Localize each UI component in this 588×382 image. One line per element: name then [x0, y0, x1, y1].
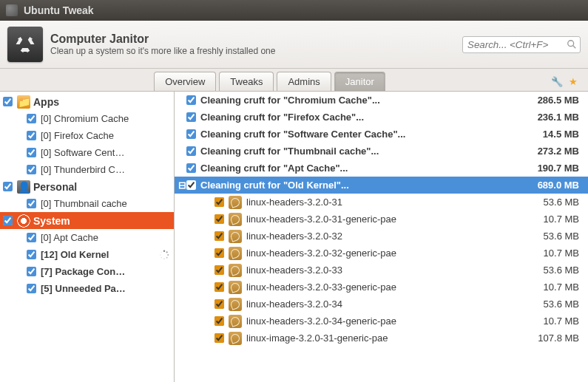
result-header[interactable]: Cleaning cruft for "Chromium Cache"...28…: [175, 92, 588, 109]
wrench-icon[interactable]: 🔧: [551, 76, 563, 87]
package-icon: [229, 247, 242, 260]
result-check[interactable]: [186, 163, 196, 173]
category-system[interactable]: System: [0, 212, 174, 229]
result-check[interactable]: [186, 95, 196, 105]
category-label: System: [33, 215, 169, 227]
personal-icon: 👤: [17, 180, 30, 194]
recycle-icon: [7, 27, 43, 62]
item-check[interactable]: [27, 267, 36, 276]
pkg-size: 10.7 MB: [544, 248, 584, 259]
result-check[interactable]: [186, 146, 196, 156]
pkg-name: linux-headers-3.2.0-34-generic-pae: [246, 316, 544, 327]
pkg-name: linux-headers-3.2.0-31: [246, 197, 544, 208]
tab-bar: Overview Tweaks Admins Janitor 🔧 ★: [0, 69, 588, 92]
package-row[interactable]: linux-headers-3.2.0-32-generic-pae10.7 M…: [175, 245, 588, 262]
search-input[interactable]: [462, 36, 581, 53]
star-icon[interactable]: ★: [569, 76, 578, 87]
result-header[interactable]: Cleaning cruft for "Thumbnail cache"...2…: [175, 143, 588, 160]
package-row[interactable]: linux-headers-3.2.0-34-generic-pae10.7 M…: [175, 313, 588, 330]
package-row[interactable]: linux-headers-3.2.0-3153.6 MB: [175, 194, 588, 211]
sidebar: 📁 Apps [0] Chromium Cache [0] Firefox Ca…: [0, 92, 175, 382]
pkg-check[interactable]: [214, 214, 224, 224]
pkg-check[interactable]: [214, 197, 224, 207]
package-row[interactable]: linux-image-3.2.0-31-generic-pae107.8 MB: [175, 330, 588, 347]
result-check[interactable]: [186, 129, 196, 139]
package-row[interactable]: linux-headers-3.2.0-3253.6 MB: [175, 228, 588, 245]
search-icon: [567, 39, 577, 50]
item-check[interactable]: [27, 233, 36, 242]
result-label: Cleaning cruft for "Software Center Cach…: [200, 129, 543, 140]
result-header[interactable]: Cleaning cruft for "Software Center Cach…: [175, 126, 588, 143]
item-check[interactable]: [27, 131, 36, 140]
pkg-check[interactable]: [214, 282, 224, 292]
category-label: Personal: [33, 181, 169, 193]
main-split: 📁 Apps [0] Chromium Cache [0] Firefox Ca…: [0, 92, 588, 382]
pkg-size: 53.6 MB: [544, 197, 584, 208]
category-personal[interactable]: 👤 Personal: [0, 178, 174, 195]
item-check[interactable]: [27, 250, 36, 259]
result-label: Cleaning cruft for "Chromium Cache"...: [200, 95, 538, 106]
item-check[interactable]: [27, 114, 36, 123]
package-row[interactable]: linux-headers-3.2.0-31-generic-pae10.7 M…: [175, 211, 588, 228]
tab-janitor[interactable]: Janitor: [334, 72, 385, 91]
package-row[interactable]: linux-headers-3.2.0-3353.6 MB: [175, 262, 588, 279]
category-personal-check[interactable]: [3, 182, 13, 191]
pkg-check[interactable]: [214, 333, 224, 343]
package-row[interactable]: linux-headers-3.2.0-3453.6 MB: [175, 296, 588, 313]
window-title: Ubuntu Tweak: [24, 4, 94, 16]
category-apps[interactable]: 📁 Apps: [0, 93, 174, 110]
result-header[interactable]: Cleaning cruft for "Apt Cache"...190.7 M…: [175, 160, 588, 177]
svg-point-5: [166, 256, 168, 258]
apps-folder-icon: 📁: [17, 95, 30, 109]
svg-point-8: [160, 254, 160, 255]
sidebar-item[interactable]: [7] Package Con…: [0, 263, 174, 280]
pkg-name: linux-image-3.2.0-31-generic-pae: [246, 332, 538, 344]
item-check[interactable]: [27, 165, 36, 174]
item-check[interactable]: [27, 284, 36, 293]
pkg-check[interactable]: [214, 299, 224, 309]
collapse-icon[interactable]: ⊟: [178, 180, 186, 191]
svg-point-9: [161, 251, 162, 252]
package-icon: [229, 298, 242, 311]
category-apps-check[interactable]: [3, 97, 13, 106]
result-header[interactable]: Cleaning cruft for "Firefox Cache"...236…: [175, 109, 588, 126]
sidebar-item[interactable]: [5] Unneeded Pa…: [0, 280, 174, 297]
app-titlebar-icon: [6, 4, 18, 16]
category-system-check[interactable]: [3, 216, 13, 225]
result-header-selected[interactable]: ⊟Cleaning cruft for "Old Kernel"...689.0…: [175, 177, 588, 194]
result-size: 190.7 MB: [538, 163, 584, 174]
category-label: Apps: [33, 96, 169, 108]
search-wrap: [462, 36, 581, 53]
pkg-name: linux-headers-3.2.0-33: [246, 265, 544, 276]
result-size: 273.2 MB: [538, 146, 584, 157]
sidebar-item[interactable]: [0] Firefox Cache: [0, 127, 174, 144]
pkg-check[interactable]: [214, 231, 224, 241]
sidebar-item[interactable]: [0] Chromium Cache: [0, 110, 174, 127]
package-icon: [229, 332, 242, 345]
sidebar-item[interactable]: [0] Thumbnail cache: [0, 195, 174, 212]
page-subtitle: Clean up a system so it's more like a fr…: [50, 46, 275, 56]
item-check[interactable]: [27, 199, 36, 208]
result-check[interactable]: [186, 180, 196, 190]
item-check[interactable]: [27, 148, 36, 157]
sidebar-item[interactable]: [0] Apt Cache: [0, 229, 174, 246]
spinner-icon: [159, 250, 169, 260]
sidebar-item-old-kernel[interactable]: [12] Old Kernel: [0, 246, 174, 263]
pkg-check[interactable]: [214, 248, 224, 258]
tab-tweaks[interactable]: Tweaks: [219, 72, 274, 91]
pkg-check[interactable]: [214, 265, 224, 275]
tab-admins[interactable]: Admins: [277, 72, 331, 91]
sidebar-item[interactable]: [0] Software Cent…: [0, 144, 174, 161]
package-row[interactable]: linux-headers-3.2.0-33-generic-pae10.7 M…: [175, 279, 588, 296]
pkg-name: linux-headers-3.2.0-32-generic-pae: [246, 248, 544, 259]
window-titlebar: Ubuntu Tweak: [0, 0, 588, 21]
results-panel: Cleaning cruft for "Chromium Cache"...28…: [175, 92, 588, 382]
result-check[interactable]: [186, 112, 196, 122]
sidebar-item[interactable]: [0] Thunderbird C…: [0, 161, 174, 178]
item-label: [0] Thunderbird C…: [41, 164, 169, 175]
pkg-name: linux-headers-3.2.0-32: [246, 231, 544, 242]
pkg-check[interactable]: [214, 316, 224, 326]
result-size: 689.0 MB: [538, 180, 584, 191]
tab-overview[interactable]: Overview: [154, 72, 216, 91]
pkg-size: 10.7 MB: [544, 214, 584, 225]
